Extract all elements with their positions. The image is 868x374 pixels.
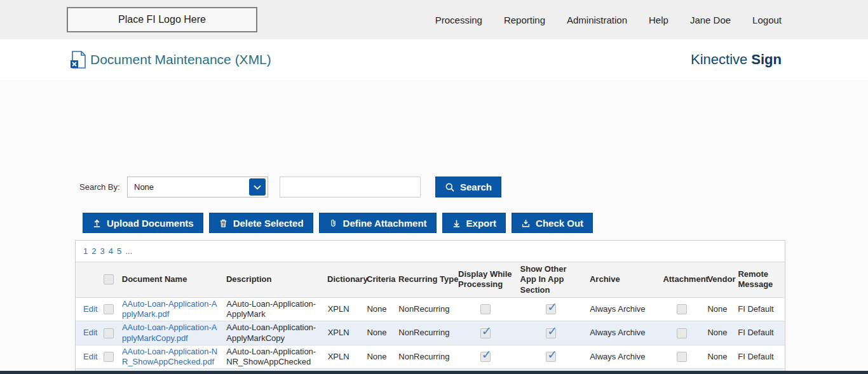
main-content: Search By: None Search Upload Documents	[0, 80, 868, 374]
header-document-name: Document Name	[118, 272, 222, 286]
criteria-cell: None	[363, 351, 395, 363]
toolbar: Upload Documents Delete Selected Define …	[83, 213, 593, 233]
chevron-down-icon[interactable]	[249, 178, 266, 196]
row-select-checkbox[interactable]	[104, 328, 114, 338]
page-link-3[interactable]: 3	[100, 246, 104, 256]
pagination: 1 2 3 4 5 ...	[76, 241, 785, 262]
page-link-5[interactable]: 5	[117, 246, 121, 256]
upload-documents-label: Upload Documents	[107, 218, 194, 229]
brand-name-light: Kinective	[691, 51, 747, 68]
bottom-bar	[0, 371, 868, 374]
header-archive: Archive	[586, 272, 659, 286]
attachment-checkbox[interactable]	[677, 304, 687, 314]
edit-link[interactable]: Edit	[83, 328, 97, 337]
remote-message-cell: FI Default	[734, 351, 785, 363]
check-out-label: Check Out	[536, 218, 583, 229]
vendor-cell: None	[703, 326, 734, 339]
paperclip-icon	[329, 218, 338, 228]
row-select-checkbox[interactable]	[104, 352, 114, 362]
search-input[interactable]	[280, 177, 421, 197]
edit-link[interactable]: Edit	[83, 304, 97, 314]
app-window: Place FI Logo Here Processing Reporting …	[0, 0, 868, 374]
remote-message-cell: FI Default	[734, 303, 785, 316]
table-header-row: Document Name Description Dictionary Cri…	[76, 262, 785, 298]
fi-logo-placeholder-text: Place FI Logo Here	[118, 14, 206, 25]
nav-processing[interactable]: Processing	[435, 15, 482, 25]
nav-user-jane-doe[interactable]: Jane Doe	[690, 15, 731, 25]
description-cell: AAuto-Loan-Application-NR_ShowAppChecked	[222, 345, 323, 369]
recurring-type-cell: NonRecurring	[395, 351, 454, 363]
criteria-cell: None	[363, 326, 395, 339]
delete-selected-label: Delete Selected	[233, 218, 304, 229]
document-name-link[interactable]: AAuto-Loan-Application-ApplyMarkCopy.pdf	[122, 323, 217, 342]
criteria-cell: None	[363, 303, 395, 316]
export-button[interactable]: Export	[442, 213, 506, 233]
attachment-checkbox[interactable]	[677, 328, 687, 338]
upload-documents-button[interactable]: Upload Documents	[83, 213, 203, 233]
documents-panel: 1 2 3 4 5 ... Document Name Description …	[75, 240, 785, 374]
show-other-app-checkbox[interactable]	[546, 304, 556, 314]
vendor-cell: None	[703, 351, 734, 363]
fi-logo-placeholder: Place FI Logo Here	[67, 7, 257, 32]
search-button-label: Search	[460, 182, 492, 192]
header-description: Description	[222, 272, 323, 286]
page-link-2[interactable]: 2	[92, 246, 96, 256]
check-out-button[interactable]: Check Out	[512, 213, 593, 233]
top-nav: Processing Reporting Administration Help…	[435, 0, 782, 39]
header-dictionary: Dictionary	[323, 272, 363, 286]
nav-reporting[interactable]: Reporting	[504, 15, 545, 25]
checkout-icon	[521, 218, 531, 228]
description-cell: AAuto-Loan-Application-ApplyMark	[222, 298, 323, 321]
page-link-4[interactable]: 4	[109, 246, 113, 256]
table-row: Edit AAuto-Loan-Application-ApplyMark.pd…	[76, 298, 785, 322]
document-xml-icon	[69, 50, 87, 69]
search-button[interactable]: Search	[435, 177, 501, 197]
define-attachment-label: Define Attachment	[343, 218, 427, 229]
display-while-processing-checkbox[interactable]	[480, 352, 491, 362]
show-other-app-checkbox[interactable]	[546, 352, 556, 362]
page-title: Document Maintenance (XML)	[90, 39, 271, 80]
delete-selected-button[interactable]: Delete Selected	[209, 213, 313, 233]
header-display-while-processing: Display While Processing	[454, 267, 517, 292]
remote-message-cell: FI Default	[734, 326, 785, 339]
document-name-link[interactable]: AAuto-Loan-Application-ApplyMark.pdf	[122, 299, 217, 319]
brand-name-bold: Sign	[751, 51, 782, 68]
dictionary-cell: XPLN	[324, 351, 363, 363]
row-select-checkbox[interactable]	[104, 304, 114, 314]
upload-icon	[92, 218, 102, 228]
recurring-type-cell: NonRecurring	[395, 326, 454, 339]
dictionary-cell: XPLN	[324, 303, 363, 316]
nav-logout[interactable]: Logout	[752, 15, 782, 25]
export-label: Export	[466, 218, 497, 229]
dictionary-cell: XPLN	[324, 326, 363, 339]
nav-help[interactable]: Help	[649, 15, 668, 25]
define-attachment-button[interactable]: Define Attachment	[319, 213, 437, 233]
description-cell: AAuto-Loan-Application-ApplyMarkCopy	[222, 321, 323, 345]
archive-cell: Always Archive	[586, 351, 660, 363]
header-edit-spacer	[76, 277, 99, 281]
search-by-dropdown[interactable]: None	[127, 177, 268, 197]
show-other-app-checkbox[interactable]	[546, 328, 556, 338]
display-while-processing-checkbox[interactable]	[480, 328, 491, 338]
export-icon	[452, 218, 461, 228]
page-link-more[interactable]: ...	[125, 246, 132, 256]
search-by-dropdown-value: None	[128, 182, 249, 192]
attachment-checkbox[interactable]	[677, 352, 687, 362]
archive-cell: Always Archive	[586, 326, 660, 339]
search-by-label: Search By:	[79, 182, 120, 192]
select-all-checkbox[interactable]	[104, 274, 114, 284]
document-name-link[interactable]: AAuto-Loan-Application-NR_ShowAppChecked…	[122, 347, 217, 366]
display-while-processing-checkbox[interactable]	[480, 304, 491, 314]
table-row: Edit AAuto-Loan-Application-NR_ShowAppCh…	[76, 345, 785, 370]
header-select-cell	[99, 272, 118, 286]
edit-link[interactable]: Edit	[83, 352, 97, 361]
header-attachment: Attachment	[659, 272, 703, 286]
table-row: Edit AAuto-Loan-Application-ApplyMarkCop…	[76, 321, 785, 345]
page-link-1[interactable]: 1	[83, 246, 88, 256]
top-bar: Place FI Logo Here Processing Reporting …	[0, 0, 868, 39]
nav-administration[interactable]: Administration	[567, 15, 627, 25]
header-criteria: Criteria	[363, 272, 395, 286]
search-icon	[445, 182, 455, 192]
brand-logo: Kinective Sign	[691, 39, 782, 80]
page-header: Document Maintenance (XML) Kinective Sig…	[0, 39, 868, 80]
